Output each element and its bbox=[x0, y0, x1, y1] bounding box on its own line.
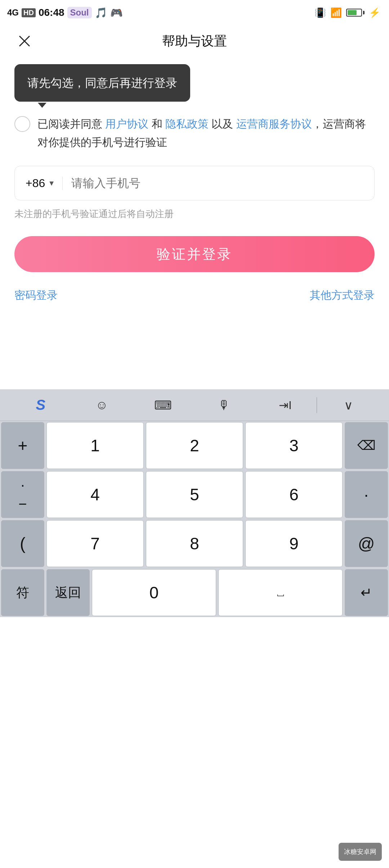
hd-label: HD bbox=[22, 8, 36, 17]
key-2[interactable]: 2 bbox=[146, 422, 243, 469]
network-signal: 4G bbox=[7, 8, 19, 18]
discord-icon: 🎮 bbox=[110, 7, 123, 19]
keyboard-row-1: + 1 2 3 ⌫ bbox=[0, 421, 389, 470]
keyboard: + 1 2 3 ⌫ · − 4 5 6 · bbox=[0, 421, 389, 617]
status-bar-left: 4G HD 06:48 Soul 🎵 🎮 bbox=[7, 7, 123, 19]
key-paren[interactable]: ( bbox=[1, 520, 44, 567]
toolbar-emoji-btn[interactable]: ☺ bbox=[71, 389, 133, 421]
sogou-icon: S bbox=[36, 397, 46, 413]
keyboard-icon: ⌨ bbox=[154, 398, 172, 412]
country-code-selector[interactable]: +86 ▼ bbox=[26, 177, 63, 190]
bottom-links: 密码登录 其他方式登录 bbox=[14, 288, 375, 303]
other-login-link[interactable]: 其他方式登录 bbox=[310, 288, 375, 303]
agreement-text: 已阅读并同意 用户协议 和 隐私政策 以及 运营商服务协议，运营商将对你提供的手… bbox=[37, 115, 375, 151]
key-backspace[interactable]: ⌫ bbox=[345, 422, 388, 469]
header: 帮助与设置 bbox=[0, 25, 389, 57]
agreement-row: 已阅读并同意 用户协议 和 隐私政策 以及 运营商服务协议，运营商将对你提供的手… bbox=[14, 115, 375, 151]
collapse-icon: ∨ bbox=[344, 398, 353, 412]
country-code-dropdown-icon: ▼ bbox=[48, 179, 55, 187]
keyboard-row-3: ( 7 8 9 @ bbox=[0, 519, 389, 568]
key-dot[interactable]: · − bbox=[1, 471, 44, 518]
toolbar-collapse-btn[interactable]: ∨ bbox=[318, 389, 379, 421]
toolbar-voice-btn[interactable]: 🎙 bbox=[193, 389, 255, 421]
user-agreement-link[interactable]: 用户协议 bbox=[105, 118, 148, 130]
agreement-prefix: 已阅读并同意 bbox=[37, 118, 105, 130]
soul-app-icon: Soul bbox=[67, 7, 92, 18]
key-enter[interactable]: ↵ bbox=[345, 569, 388, 616]
key-1[interactable]: 1 bbox=[46, 422, 144, 469]
key-6[interactable]: 6 bbox=[245, 471, 343, 518]
keyboard-toolbar: S ☺ ⌨ 🎙 ⇥I ∨ bbox=[0, 389, 389, 421]
key-symbols[interactable]: 符 bbox=[1, 569, 44, 616]
tooltip-box: 请先勾选，同意后再进行登录 bbox=[14, 64, 190, 102]
toolbar-cursor-btn[interactable]: ⇥I bbox=[255, 389, 316, 421]
page-title: 帮助与设置 bbox=[162, 32, 227, 50]
keyboard-row-4: 符 返回 0 ⎵ ↵ bbox=[0, 568, 389, 617]
toolbar-sogou-btn[interactable]: S bbox=[10, 389, 71, 421]
phone-number-input[interactable] bbox=[63, 177, 363, 190]
keyboard-row-2: · − 4 5 6 · bbox=[0, 470, 389, 519]
key-9[interactable]: 9 bbox=[245, 520, 343, 567]
privacy-policy-link[interactable]: 隐私政策 bbox=[165, 118, 209, 130]
login-button[interactable]: 验证并登录 bbox=[14, 236, 375, 272]
tooltip-container: 请先勾选，同意后再进行登录 bbox=[14, 64, 375, 102]
close-icon bbox=[18, 35, 31, 48]
key-3[interactable]: 3 bbox=[245, 422, 343, 469]
agreement-aswell: 以及 bbox=[209, 118, 236, 130]
keyboard-spacer bbox=[0, 303, 389, 389]
key-plus[interactable]: + bbox=[1, 422, 44, 469]
key-8[interactable]: 8 bbox=[146, 520, 243, 567]
agreement-checkbox[interactable] bbox=[14, 116, 30, 132]
tooltip-message: 请先勾选，同意后再进行登录 bbox=[27, 76, 177, 89]
key-0[interactable]: 0 bbox=[92, 569, 216, 616]
watermark-text: 冰糖安卓网 bbox=[344, 847, 376, 856]
close-button[interactable] bbox=[14, 31, 35, 51]
key-4[interactable]: 4 bbox=[46, 471, 144, 518]
lightning-icon: ⚡ bbox=[369, 7, 380, 18]
toolbar-divider bbox=[317, 397, 317, 413]
key-5[interactable]: 5 bbox=[146, 471, 243, 518]
watermark: 冰糖安卓网 bbox=[339, 843, 382, 861]
key-7[interactable]: 7 bbox=[46, 520, 144, 567]
agreement-and: 和 bbox=[148, 118, 165, 130]
time-display: 06:48 bbox=[39, 7, 64, 18]
phone-input-container: +86 ▼ bbox=[14, 166, 375, 200]
battery-icon bbox=[346, 9, 365, 17]
main-content: 已阅读并同意 用户协议 和 隐私政策 以及 运营商服务协议，运营商将对你提供的手… bbox=[0, 115, 389, 303]
status-bar: 4G HD 06:48 Soul 🎵 🎮 📳 📶 ⚡ bbox=[0, 0, 389, 25]
key-period[interactable]: · bbox=[345, 471, 388, 518]
key-return-cn[interactable]: 返回 bbox=[46, 569, 90, 616]
cursor-icon: ⇥I bbox=[279, 398, 292, 412]
country-code-value: +86 bbox=[26, 177, 45, 190]
key-at[interactable]: @ bbox=[345, 520, 388, 567]
toolbar-keyboard-btn[interactable]: ⌨ bbox=[133, 389, 194, 421]
key-space[interactable]: ⎵ bbox=[218, 569, 343, 616]
wifi-icon: 📶 bbox=[330, 7, 342, 18]
note-text: 未注册的手机号验证通过后将自动注册 bbox=[14, 208, 375, 220]
password-login-link[interactable]: 密码登录 bbox=[14, 288, 58, 303]
microphone-icon: 🎙 bbox=[218, 398, 230, 412]
music-icon: 🎵 bbox=[95, 7, 107, 19]
vibrate-icon: 📳 bbox=[314, 7, 326, 18]
emoji-icon: ☺ bbox=[95, 398, 108, 412]
operator-agreement-link[interactable]: 运营商服务协议 bbox=[236, 118, 312, 130]
status-bar-right: 📳 📶 ⚡ bbox=[314, 7, 380, 18]
